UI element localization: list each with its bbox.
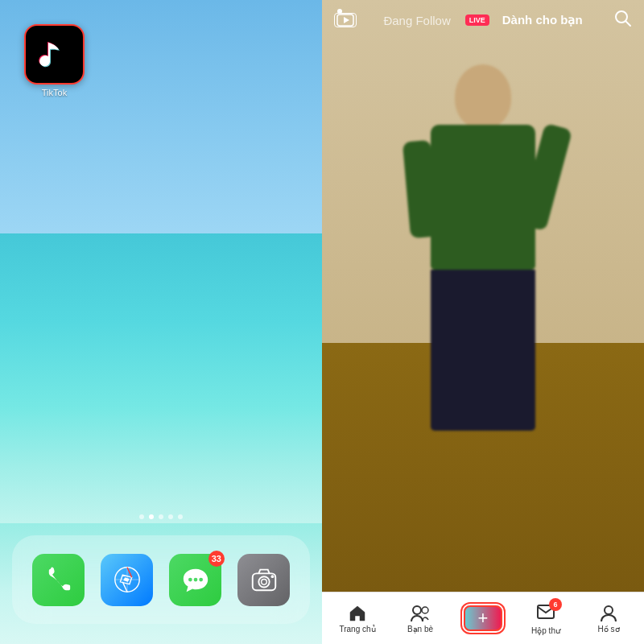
dot-1 xyxy=(139,514,144,519)
person-pants xyxy=(431,270,535,431)
dot-2 xyxy=(149,514,154,519)
profile-icon xyxy=(599,604,618,623)
inbox-badge: 6 xyxy=(549,598,562,611)
svg-point-12 xyxy=(261,580,266,585)
svg-point-7 xyxy=(188,578,192,582)
svg-point-20 xyxy=(605,606,613,614)
person-head xyxy=(455,64,511,129)
nav-item-home[interactable]: Trang chủ xyxy=(333,600,382,638)
camera-app-icon[interactable] xyxy=(237,554,290,606)
tiktok-logo-svg xyxy=(36,36,72,72)
nav-item-friends[interactable]: Bạn bè xyxy=(396,600,444,638)
search-icon xyxy=(614,10,632,27)
following-tab[interactable]: Đang Follow xyxy=(377,10,456,31)
friends-label: Bạn bè xyxy=(407,625,433,634)
svg-point-8 xyxy=(193,578,197,582)
home-icon xyxy=(348,604,367,623)
tiktok-bottom-nav: Trang chủ Bạn bè + xyxy=(322,592,644,644)
messages-icon-svg xyxy=(180,564,211,595)
phone-icon-svg xyxy=(43,564,74,595)
svg-line-17 xyxy=(625,21,630,26)
header-search-button[interactable] xyxy=(614,10,632,31)
water-background xyxy=(0,233,322,523)
page-dots xyxy=(139,514,183,519)
dot-4 xyxy=(168,514,173,519)
ios-home-screen: TikTok xyxy=(0,0,322,644)
header-live-section xyxy=(334,13,357,27)
profile-label: Hồ sơ xyxy=(598,625,620,634)
nav-item-profile[interactable]: Hồ sơ xyxy=(584,600,633,638)
app-dock: 33 xyxy=(12,535,310,624)
svg-marker-15 xyxy=(344,17,349,23)
tiktok-video-feed[interactable] xyxy=(322,0,644,592)
person-silhouette xyxy=(431,64,535,431)
camera-icon-svg xyxy=(249,564,279,595)
live-broadcast-svg xyxy=(336,14,354,27)
safari-icon-svg xyxy=(112,564,142,595)
svg-point-13 xyxy=(270,575,274,578)
dot-5 xyxy=(178,514,183,519)
create-button[interactable]: + xyxy=(464,605,502,631)
tiktok-label: TikTok xyxy=(42,88,67,97)
person-torso xyxy=(431,125,535,270)
live-badge: LIVE xyxy=(465,14,489,26)
friends-icon xyxy=(410,604,431,623)
svg-point-18 xyxy=(413,606,421,614)
inbox-label: Hộp thư xyxy=(531,626,560,635)
live-stream-icon[interactable] xyxy=(334,13,357,27)
messages-app-icon[interactable]: 33 xyxy=(169,554,221,606)
svg-point-19 xyxy=(422,607,428,613)
svg-point-9 xyxy=(199,578,203,582)
person-torso-wrapper xyxy=(431,125,535,431)
tiktok-header: Đang Follow LIVE Dành cho bạn xyxy=(322,0,644,40)
home-label: Trang chủ xyxy=(339,625,375,634)
nav-item-create[interactable]: + xyxy=(459,601,507,635)
dot-3 xyxy=(159,514,163,519)
messages-badge: 33 xyxy=(208,551,225,567)
for-you-tab[interactable]: Dành cho bạn xyxy=(496,10,589,31)
svg-point-11 xyxy=(258,576,269,587)
nav-item-inbox[interactable]: 6 Hộp thư xyxy=(522,598,570,639)
tiktok-app-icon[interactable]: TikTok xyxy=(24,24,85,85)
tiktok-nav-tabs: Đang Follow LIVE Dành cho bạn xyxy=(377,10,588,31)
tiktok-app: Đang Follow LIVE Dành cho bạn Trang chủ xyxy=(322,0,644,644)
phone-app-icon[interactable] xyxy=(32,554,85,606)
safari-app-icon[interactable] xyxy=(101,554,153,606)
svg-marker-4 xyxy=(123,577,130,582)
